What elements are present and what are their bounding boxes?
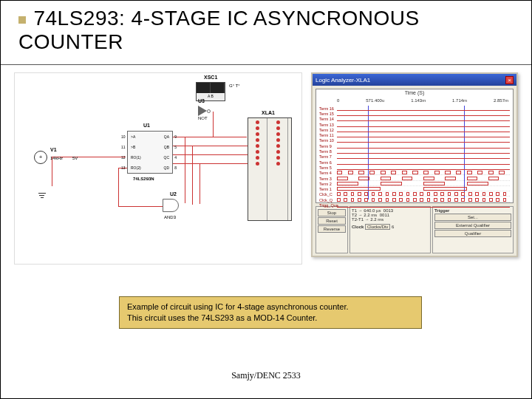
ground-icon	[38, 191, 46, 198]
xtick: 2.857m	[494, 98, 508, 104]
la-waveform	[337, 171, 510, 175]
close-icon[interactable]: ×	[505, 76, 514, 84]
pin: 10	[121, 134, 126, 139]
la-row-label: Clck_C	[319, 192, 337, 197]
not-gate-icon	[198, 106, 207, 116]
pin: 4	[174, 155, 177, 160]
la-rows: Term 16Term 15Term 14Term 13Term 12Term …	[319, 106, 510, 200]
clock-source-icon: +	[34, 151, 47, 164]
trigger-extq-button[interactable]: External Qualifier	[434, 222, 511, 229]
readout-dt: 2.2 ms	[370, 217, 383, 222]
clocks-div-button[interactable]: Clocks/Div	[365, 224, 390, 230]
pin: QD	[164, 166, 170, 170]
la-waveform	[337, 198, 510, 202]
wire	[118, 168, 119, 206]
pin: >A	[131, 134, 135, 139]
logic-analyzer-window: Logic Analyzer-XLA1 × Time (S) 0 571.400…	[311, 72, 518, 257]
la-row-label: Term 14	[319, 117, 337, 121]
scope-io: G° T°	[229, 83, 240, 88]
la-row: Term 14	[319, 117, 510, 122]
la-titlebar: Logic Analyzer-XLA1 ×	[313, 74, 516, 86]
trigger-qual-button[interactable]: Qualifier	[434, 230, 511, 237]
pin: QB	[164, 145, 169, 149]
la-title: Logic Analyzer-XLA1	[316, 77, 370, 83]
v1-ampl: 5V	[72, 156, 78, 160]
readout-label: T2-T1 →	[352, 217, 369, 222]
pin: 13	[121, 166, 126, 170]
la-waveform	[337, 182, 510, 186]
la-waveform	[337, 106, 510, 111]
la-waveform	[337, 123, 510, 127]
wire	[52, 157, 52, 186]
la-row: Term 6	[319, 160, 510, 165]
ic-74ls293: 10 11 12 13 >A >B RO(1) RO(2) QA QB QC Q…	[127, 131, 173, 174]
la-row-label: Term 7	[319, 154, 337, 159]
v1-freq: 14kHz	[50, 156, 63, 160]
trigger-set-button[interactable]: Set...	[434, 214, 511, 221]
la-readout-panel: T1 → 640.0 µs 0013 T2 → 2.2 ms 0011 T2-T…	[349, 206, 431, 253]
reset-button[interactable]: Reset	[318, 217, 346, 225]
wire	[118, 206, 163, 207]
la-row-label: Term 15	[319, 112, 337, 116]
la-row: Term 2	[319, 181, 510, 186]
wire	[200, 163, 200, 204]
u1-ref: U1	[143, 123, 150, 128]
u3-ref: U3	[198, 98, 205, 103]
trigger-group-title: Trigger	[434, 208, 449, 213]
wire	[192, 146, 193, 205]
la-waveform	[337, 117, 510, 121]
la-waveform	[337, 177, 510, 181]
la-waveform	[337, 187, 510, 191]
pin: 12	[121, 155, 126, 160]
v1-ref: V1	[50, 147, 57, 152]
la-row-label: Clck_Q	[319, 198, 337, 202]
caption-line1: Example of circuit using IC for 4-stage …	[127, 301, 414, 313]
la-waveform	[337, 154, 510, 159]
la-row: Term 7	[319, 154, 510, 160]
slide-title: 74LS293: 4-STAGE IC ASYNCRONOUS COUNTER	[18, 7, 420, 53]
la-row: Term 4	[319, 171, 510, 176]
la-row: Term 10	[319, 138, 510, 143]
u3-part: NOT	[198, 116, 208, 120]
la-row-label: Term 11	[319, 133, 337, 137]
xla1-label: XLA1	[262, 110, 275, 115]
la-row: Term 15	[319, 111, 510, 116]
la-row-label: Trigg_Qua	[319, 203, 337, 208]
wire	[173, 137, 247, 137]
stop-button[interactable]: Stop	[318, 209, 346, 216]
caption-box: Example of circuit using IC for 4-stage …	[119, 296, 422, 329]
la-row: Clck_C	[319, 192, 510, 197]
pin: 9	[174, 134, 177, 139]
caption-line2: This circuit uses the 74LS293 as a MOD-1…	[127, 313, 414, 324]
la-waveform	[337, 203, 510, 208]
pin: 5	[174, 145, 177, 149]
la-buttons-panel: Stop Reset Reverse	[316, 206, 348, 253]
schematic-panel: XSC1 A B G° T° U3 NOT XLA1 U1 10 11 12 1…	[14, 72, 302, 265]
pin: RO(2)	[131, 166, 141, 170]
la-waveform	[337, 166, 510, 170]
wire	[213, 112, 214, 137]
time-axis-label: Time (S)	[316, 90, 513, 95]
la-row-label: Term 16	[319, 106, 337, 111]
not-bubble-icon	[207, 109, 211, 113]
la-xticks: 0 571.400u 1.143m 1.714m 2.857m	[337, 98, 508, 104]
la-row: Term 8	[319, 149, 510, 154]
xtick: 571.400u	[366, 98, 384, 104]
la-waveform	[337, 149, 510, 154]
la-waveform	[337, 160, 510, 165]
la-row-label: Term 8	[319, 149, 337, 154]
xtick: 0	[337, 98, 339, 104]
clocks-div-value: 6	[392, 225, 394, 229]
reverse-button[interactable]: Reverse	[318, 225, 346, 233]
la-row-label: Term 13	[319, 123, 337, 127]
la-row: Term 13	[319, 122, 510, 127]
wire	[185, 137, 185, 203]
la-row: Term 12	[319, 127, 510, 132]
u1-part: 74LS293N	[133, 177, 154, 181]
clock-group-title: Clock	[352, 225, 364, 229]
xtick: 1.714m	[452, 98, 467, 104]
la-control-panel: Stop Reset Reverse T1 → 640.0 µs 0013 T2…	[316, 206, 514, 253]
la-row: Trigg_Qua	[319, 202, 510, 208]
la-row-label: Term 10	[319, 138, 337, 143]
la-row-label: Term 3	[319, 177, 337, 181]
